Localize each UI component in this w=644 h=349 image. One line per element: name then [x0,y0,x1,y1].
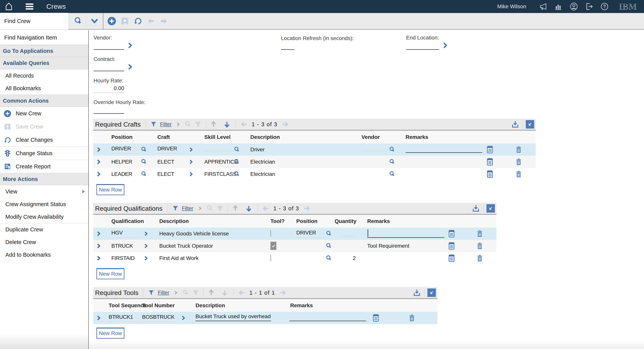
delete-row-icon[interactable] [463,254,496,262]
delete-row-icon[interactable] [502,158,536,166]
search-icon[interactable] [72,15,85,27]
position-field[interactable]: LEADER [111,171,132,177]
end-location-input[interactable] [406,42,439,50]
sidebar-item-clear-changes[interactable]: Clear Changes [0,133,88,147]
filter-icon[interactable] [170,204,180,213]
minimize-table-button[interactable] [526,120,534,128]
vendor-search-icon[interactable] [386,171,398,177]
sidebar-header-more-actions[interactable]: More Actions [0,173,88,185]
next-row-icon[interactable] [244,204,254,213]
table-row[interactable]: LEADER ELECT FIRSTCLASS Electrician [93,168,536,180]
download-icon[interactable] [471,204,481,213]
craft-field[interactable]: ELECT [157,171,174,177]
contract-detail-chevron-icon[interactable] [127,64,133,70]
delete-row-icon[interactable] [386,314,438,322]
description-input[interactable]: Bucket Truck used by overhead line crews [196,313,271,321]
help-icon[interactable]: ? [599,1,610,12]
next-row-icon[interactable] [222,120,232,129]
chevron-down-icon[interactable] [88,15,101,27]
clear-changes-icon[interactable] [131,15,144,27]
vendor-field[interactable] [362,149,386,151]
long-description-icon[interactable] [478,170,502,178]
delete-row-icon[interactable] [463,242,496,250]
filter-link[interactable]: Filter [160,121,172,127]
long-description-icon[interactable] [440,230,463,238]
sidebar-item-all-records[interactable]: All Records [0,69,88,82]
craft-field[interactable]: ELECT [157,159,174,165]
skill-level-field[interactable] [204,149,233,151]
sidebar-item-new-crew[interactable]: New Crew [0,107,88,120]
sidebar-item-view[interactable]: View [0,185,88,198]
delete-row-icon[interactable] [463,230,496,238]
remarks-text[interactable]: Tool Requirement [367,243,409,249]
delete-row-icon[interactable] [502,170,536,178]
download-icon[interactable] [412,288,422,297]
position-search-icon[interactable] [323,255,335,262]
vendor-detail-chevron-icon[interactable] [127,42,133,49]
row-detail-chevron-icon[interactable] [93,159,104,165]
reports-chart-icon[interactable] [553,1,564,12]
qualification-field[interactable]: FIRSTAID [111,255,134,261]
craft-detail-chevron-icon[interactable] [185,159,197,165]
remarks-input-focused[interactable] [367,230,444,238]
long-description-icon[interactable] [440,242,463,250]
new-row-button[interactable]: New Row [96,328,124,339]
long-description-icon[interactable] [478,146,502,154]
long-description-icon[interactable] [365,314,386,322]
new-record-icon[interactable] [105,15,118,27]
row-detail-chevron-icon[interactable] [93,255,104,261]
remarks-input[interactable] [290,314,366,321]
row-detail-chevron-icon[interactable] [93,231,104,237]
row-detail-chevron-icon[interactable] [93,171,104,177]
filter-expand-chevron-icon[interactable] [173,120,183,129]
row-detail-chevron-icon[interactable] [93,315,104,321]
position-search-icon[interactable] [138,171,150,177]
long-description-icon[interactable] [478,158,502,166]
filter-link[interactable]: Filter [158,290,169,296]
download-icon[interactable] [510,120,520,129]
table-row[interactable]: BTRUCK Bucket Truck Operator Tool Requir… [93,240,496,252]
tool-detail-chevron-icon[interactable] [178,315,189,321]
sidebar-header-common-actions[interactable]: Common Actions [0,95,88,107]
row-detail-chevron-icon[interactable] [93,243,104,249]
table-row[interactable]: DRIVER DRIVER Driver [93,143,536,156]
user-name[interactable]: Mike Wilson [497,3,526,9]
sidebar-item-delete-crew[interactable]: Delete Crew [0,236,88,248]
position-search-icon[interactable] [323,230,335,237]
position-search-icon[interactable] [138,159,150,165]
skill-search-icon[interactable] [231,159,243,165]
home-icon[interactable] [4,1,14,11]
long-description-icon[interactable] [440,254,463,262]
find-navigation-input[interactable]: Find Navigation Item [0,30,88,45]
sidebar-item-create-report[interactable]: Create Report [0,160,88,173]
minimize-table-button[interactable] [486,204,495,213]
position-field[interactable]: HELPER [111,159,132,165]
skill-search-icon[interactable] [231,171,243,177]
vendor-search-icon[interactable] [386,146,398,153]
vendor-input[interactable] [94,42,124,50]
delete-row-icon[interactable] [502,146,536,153]
table-row[interactable]: HGV Heavy Goods Vehicle license DRIVER [93,228,496,240]
logout-icon[interactable] [584,1,595,12]
contract-input[interactable] [94,64,124,71]
filter-expand-chevron-icon[interactable] [195,204,205,213]
quantity-field[interactable] [342,230,356,237]
new-row-button[interactable]: New Row [96,268,124,279]
filter-expand-chevron-icon[interactable] [171,288,181,297]
override-hourly-rate-input[interactable] [94,106,124,114]
quantity-value[interactable]: 2 [335,255,360,261]
position-search-icon[interactable] [138,146,150,153]
qualification-detail-chevron-icon[interactable] [140,243,152,249]
position-field[interactable]: DRIVER [296,230,323,238]
craft-detail-chevron-icon[interactable] [185,171,197,177]
hamburger-menu-icon[interactable] [24,1,34,11]
sidebar-item-crew-assignment-status[interactable]: Crew Assignment Status [0,198,88,211]
table-row[interactable]: BTRUCK1 BOSBTRUCK Bucket Truck used by o… [93,312,438,324]
qualification-detail-chevron-icon[interactable] [140,231,152,236]
tool-checkbox[interactable] [270,255,271,262]
filter-link[interactable]: Filter [182,206,194,211]
sidebar-header-go-to-applications[interactable]: Go To Applications [0,45,88,57]
profile-icon[interactable] [568,1,580,12]
filter-icon[interactable] [148,120,158,129]
table-row[interactable]: FIRSTAID First Aid at Work 2 [93,252,496,264]
